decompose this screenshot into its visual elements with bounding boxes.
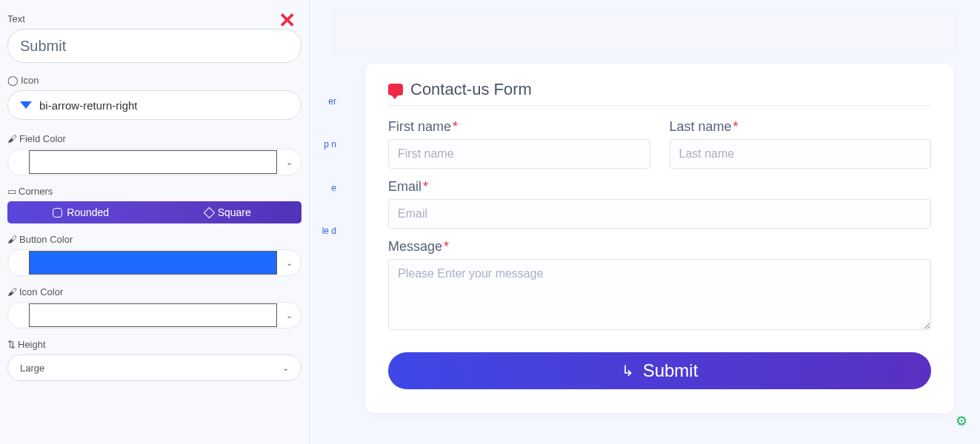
field-color-swatch xyxy=(29,150,277,174)
corners-rounded-button[interactable]: Rounded xyxy=(7,201,155,223)
circle-icon: ◯ xyxy=(7,75,19,86)
caret-down-icon xyxy=(20,101,32,109)
corners-square-button[interactable]: Square xyxy=(155,201,302,223)
height-label: ⇅ Height xyxy=(7,339,301,350)
chat-icon xyxy=(388,84,403,95)
required-icon: * xyxy=(444,239,449,254)
email-input[interactable] xyxy=(388,199,931,229)
close-icon[interactable]: ✕ xyxy=(279,10,296,31)
chevron-down-icon: ⌄ xyxy=(286,258,293,268)
icon-color-label: 🖌 Icon Color xyxy=(7,286,301,297)
rounded-icon xyxy=(53,208,62,218)
form-preview: Contact-us Form First name* Last name* xyxy=(366,64,953,413)
text-label: Text xyxy=(7,13,301,24)
height-value: Large xyxy=(20,363,44,374)
chevron-down-icon: ⌄ xyxy=(286,158,293,167)
hidden-toolbox-peek: er p n e le d xyxy=(310,96,336,237)
height-select[interactable]: Large ⌄ xyxy=(7,354,301,381)
form-title: Contact-us Form xyxy=(388,80,931,106)
text-input[interactable] xyxy=(7,29,301,63)
chevron-down-icon: ⌄ xyxy=(286,311,293,320)
paint-icon: 🖌 xyxy=(7,133,17,144)
message-textarea[interactable] xyxy=(388,259,931,330)
icon-select-value: bi-arrow-return-right xyxy=(39,99,138,112)
required-icon: * xyxy=(423,179,428,194)
paint-icon: 🖌 xyxy=(7,286,17,297)
icon-label: ◯ Icon xyxy=(7,75,301,86)
last-name-label: Last name* xyxy=(670,119,932,135)
icon-select[interactable]: bi-arrow-return-right xyxy=(7,90,301,120)
corners-label: ▭ Corners xyxy=(7,186,301,197)
arrow-return-right-icon: ↳ xyxy=(621,363,634,378)
button-color-picker[interactable]: ⌄ xyxy=(7,249,301,276)
corners-icon: ▭ xyxy=(7,186,16,197)
main-canvas: er p n e le d Contact-us Form First name… xyxy=(310,0,980,444)
button-color-dropdown[interactable]: ⌄ xyxy=(277,258,301,268)
required-icon: * xyxy=(453,119,458,134)
email-label: Email* xyxy=(388,179,931,195)
field-color-dropdown[interactable]: ⌄ xyxy=(277,158,301,167)
submit-button[interactable]: ↳ Submit xyxy=(388,352,931,389)
gear-icon[interactable]: ⚙ xyxy=(953,413,970,429)
required-icon: * xyxy=(733,119,739,134)
button-color-label: 🖌 Button Color xyxy=(7,234,301,245)
icon-color-picker[interactable]: ⌄ xyxy=(7,302,301,329)
corners-toggle: Rounded Square xyxy=(7,201,301,223)
height-icon: ⇅ xyxy=(7,339,16,350)
last-name-input[interactable] xyxy=(670,139,932,169)
properties-panel: ✕ Text ◯ Icon bi-arrow-return-right 🖌 Fi… xyxy=(0,0,310,444)
first-name-label: First name* xyxy=(388,119,650,135)
square-icon xyxy=(203,206,215,218)
button-color-swatch xyxy=(29,251,277,275)
paint-icon: 🖌 xyxy=(7,234,17,245)
first-name-input[interactable] xyxy=(388,139,650,169)
field-color-label: 🖌 Field Color xyxy=(7,133,301,144)
icon-color-swatch xyxy=(29,303,277,327)
field-color-picker[interactable]: ⌄ xyxy=(7,149,301,175)
chevron-down-icon: ⌄ xyxy=(282,363,289,373)
icon-color-dropdown[interactable]: ⌄ xyxy=(277,311,301,320)
top-banner xyxy=(332,10,958,56)
message-label: Message* xyxy=(388,239,931,255)
